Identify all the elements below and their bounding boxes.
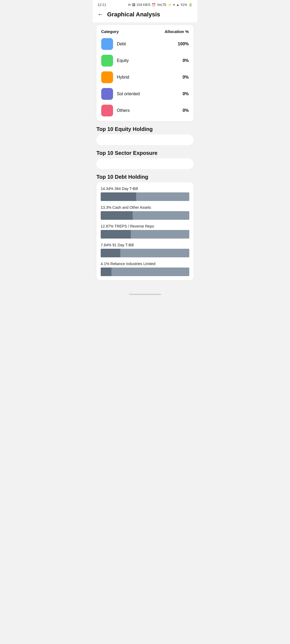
sector-section-title: Top 10 Sector Exposure	[96, 150, 194, 156]
category-color-swatch	[101, 55, 113, 67]
category-left: Others	[101, 105, 130, 116]
debt-row: 4.1% Reliance Industries Limited	[101, 262, 189, 276]
category-allocation: 0%	[183, 108, 189, 113]
mail-icon: ✉	[128, 3, 131, 7]
category-left: Sol oriented	[101, 88, 140, 100]
debt-bar-container	[101, 268, 189, 276]
debt-rows: 14.34% 364 Day T-Bill 13.3% Cash and Oth…	[101, 186, 189, 276]
debt-bar-fill	[101, 230, 131, 239]
debt-card: 14.34% 364 Day T-Bill 13.3% Cash and Oth…	[96, 182, 194, 280]
debt-bar-container	[101, 230, 189, 239]
volte-icon: VoLTE	[157, 3, 166, 7]
debt-row: 13.3% Cash and Other Assets	[101, 205, 189, 220]
equity-section-title: Top 10 Equity Holding	[96, 126, 194, 132]
debt-row: 14.34% 364 Day T-Bill	[101, 186, 189, 201]
main-content: Category Allocation % Debt 100% Equity 0…	[93, 22, 197, 288]
category-name: Others	[117, 108, 130, 113]
category-name: Debt	[117, 42, 126, 46]
wifi-icon: ▾	[173, 3, 175, 7]
category-name: Hybrid	[117, 75, 129, 80]
bluetooth-icon: ⚡	[168, 3, 172, 7]
category-col-header: Category	[101, 29, 119, 34]
category-rows: Debt 100% Equity 0% Hybrid 0% Sol orient…	[101, 38, 189, 116]
debt-bar-fill	[101, 249, 120, 257]
category-card-header: Category Allocation %	[101, 29, 189, 34]
category-row: Hybrid 0%	[101, 71, 189, 83]
signal-icon: ▲	[176, 3, 179, 7]
debt-section-title: Top 10 Debt Holding	[96, 174, 194, 180]
status-bar: 12:11 ✉ 🖼 018 KB/S ⏰ VoLTE ⚡ ▾ ▲ 51% 🔋	[93, 0, 197, 8]
back-button[interactable]: ←	[97, 11, 103, 18]
category-name: Sol oriented	[117, 92, 140, 96]
debt-bar-container	[101, 192, 189, 201]
status-icons: ✉ 🖼 018 KB/S ⏰ VoLTE ⚡ ▾ ▲ 51% 🔋	[128, 3, 193, 7]
category-left: Debt	[101, 38, 126, 50]
debt-item-label: 13.3% Cash and Other Assets	[101, 205, 189, 210]
debt-row: 12.87% TREPS / Reverse Repo	[101, 224, 189, 239]
allocation-col-header: Allocation %	[165, 29, 189, 34]
category-left: Equity	[101, 55, 129, 67]
data-speed: 018 KB/S	[137, 3, 150, 7]
alarm-icon: ⏰	[152, 3, 156, 7]
category-card: Category Allocation % Debt 100% Equity 0…	[96, 25, 194, 121]
header: ← Graphical Analysis	[93, 8, 197, 22]
sector-empty-card	[96, 158, 194, 169]
category-allocation: 0%	[183, 92, 189, 96]
debt-item-label: 14.34% 364 Day T-Bill	[101, 186, 189, 191]
equity-empty-card	[96, 134, 194, 145]
category-row: Equity 0%	[101, 55, 189, 67]
status-time: 12:11	[97, 3, 106, 7]
page-title: Graphical Analysis	[107, 11, 160, 18]
battery-pct: 51%	[181, 3, 187, 7]
debt-item-label: 7.84% 91 Day T-Bill	[101, 243, 189, 247]
category-color-swatch	[101, 38, 113, 50]
category-color-swatch	[101, 71, 113, 83]
bottom-indicator	[129, 294, 161, 295]
debt-bar-container	[101, 211, 189, 220]
category-left: Hybrid	[101, 71, 129, 83]
debt-bar-fill	[101, 211, 133, 220]
image-icon: 🖼	[132, 3, 135, 7]
debt-bar-fill	[101, 268, 111, 276]
category-row: Others 0%	[101, 105, 189, 116]
category-allocation: 100%	[178, 42, 189, 46]
category-row: Sol oriented 0%	[101, 88, 189, 100]
debt-item-label: 4.1% Reliance Industries Limited	[101, 262, 189, 266]
category-name: Equity	[117, 58, 129, 63]
category-color-swatch	[101, 88, 113, 100]
battery-icon: 🔋	[189, 3, 193, 7]
debt-bar-container	[101, 249, 189, 257]
category-allocation: 0%	[183, 75, 189, 80]
category-allocation: 0%	[183, 58, 189, 63]
category-color-swatch	[101, 105, 113, 116]
debt-item-label: 12.87% TREPS / Reverse Repo	[101, 224, 189, 228]
category-row: Debt 100%	[101, 38, 189, 50]
debt-bar-fill	[101, 192, 136, 201]
debt-row: 7.84% 91 Day T-Bill	[101, 243, 189, 257]
